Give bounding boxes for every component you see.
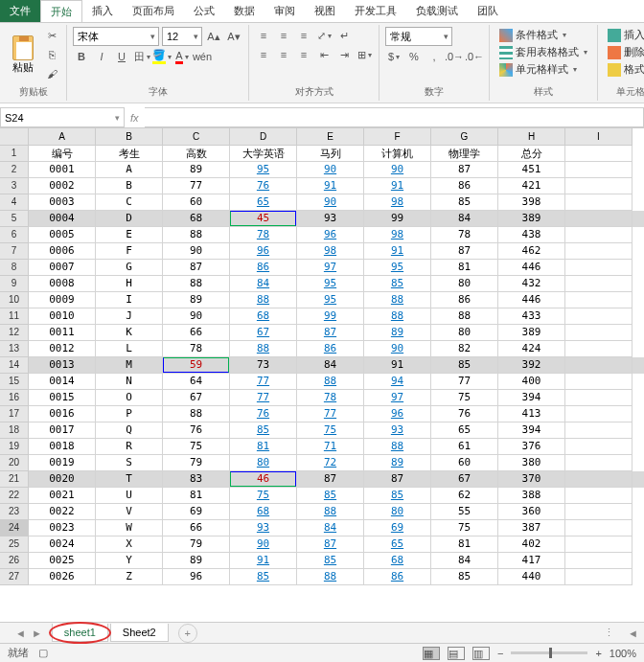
cell-B11[interactable]: J <box>96 308 163 325</box>
table-format-button[interactable]: 套用表格格式 <box>495 44 591 60</box>
align-top-button[interactable]: ≡ <box>255 27 272 44</box>
cell-A27[interactable]: 0026 <box>29 569 96 585</box>
add-sheet-button[interactable]: + <box>178 624 197 643</box>
cell-F19[interactable]: 88 <box>364 439 431 455</box>
row-header-27[interactable]: 27 <box>0 569 29 585</box>
italic-button[interactable]: I <box>93 48 110 65</box>
cell-H6[interactable]: 438 <box>498 227 565 243</box>
cell-C13[interactable]: 78 <box>163 341 230 357</box>
cell-H16[interactable]: 394 <box>498 390 565 406</box>
cell-B10[interactable]: I <box>96 292 163 308</box>
increase-font-button[interactable]: A▴ <box>205 28 222 45</box>
comma-button[interactable]: , <box>426 48 443 65</box>
menu-tab-0[interactable]: 开始 <box>40 0 82 22</box>
cell-C16[interactable]: 67 <box>163 390 230 406</box>
cell-G26[interactable]: 84 <box>431 553 498 569</box>
cell-C15[interactable]: 64 <box>163 374 230 390</box>
cell-B20[interactable]: S <box>96 455 163 471</box>
name-box[interactable]: S24 <box>0 107 125 127</box>
menu-tab-7[interactable]: 开发工具 <box>345 0 406 22</box>
cell-E3[interactable]: 91 <box>297 178 364 194</box>
formula-input[interactable] <box>145 107 644 127</box>
cell-D18[interactable]: 85 <box>230 422 297 439</box>
menu-tab-9[interactable]: 团队 <box>468 0 508 22</box>
cell-B2[interactable]: A <box>96 162 163 178</box>
menu-tab-8[interactable]: 负载测试 <box>406 0 468 22</box>
col-header-F[interactable]: F <box>364 128 431 146</box>
cell-E13[interactable]: 86 <box>297 341 364 357</box>
cell-D17[interactable]: 76 <box>230 406 297 422</box>
col-header-I[interactable]: I <box>565 128 632 146</box>
cell-F20[interactable]: 89 <box>364 455 431 471</box>
underline-button[interactable]: U <box>113 48 130 65</box>
merge-button[interactable]: ⊞ <box>356 46 373 63</box>
cell-B12[interactable]: K <box>96 325 163 341</box>
bold-button[interactable]: B <box>73 48 90 65</box>
cell-D15[interactable]: 77 <box>230 374 297 390</box>
view-pagebreak-button[interactable]: ▥ <box>472 647 490 660</box>
cell-F2[interactable]: 90 <box>364 162 431 178</box>
cell-H25[interactable]: 402 <box>498 536 565 553</box>
cell-C4[interactable]: 60 <box>163 194 230 211</box>
cell-H15[interactable]: 400 <box>498 374 565 390</box>
cell-C3[interactable]: 77 <box>163 178 230 194</box>
macro-record-icon[interactable]: ▢ <box>38 647 48 659</box>
cell-E23[interactable]: 88 <box>297 504 364 520</box>
row-header-25[interactable]: 25 <box>0 536 29 553</box>
cell-C27[interactable]: 96 <box>163 569 230 585</box>
cell-I7[interactable] <box>565 243 632 260</box>
font-size-select[interactable]: 12 <box>162 27 202 46</box>
decrease-decimal-button[interactable]: .0← <box>466 48 483 65</box>
cell-C12[interactable]: 66 <box>163 325 230 341</box>
cell-I18[interactable] <box>565 422 632 439</box>
cell-H8[interactable]: 446 <box>498 260 565 276</box>
cell-F6[interactable]: 98 <box>364 227 431 243</box>
align-left-button[interactable]: ≡ <box>255 46 272 63</box>
cell-G10[interactable]: 86 <box>431 292 498 308</box>
sheet-nav[interactable]: ◄ ► <box>8 628 50 639</box>
cell-C20[interactable]: 79 <box>163 455 230 471</box>
cell-A23[interactable]: 0022 <box>29 504 96 520</box>
cell-D2[interactable]: 95 <box>230 162 297 178</box>
cell-G5[interactable]: 84 <box>431 211 498 227</box>
fill-color-button[interactable]: 🪣 <box>153 48 171 65</box>
cell-D13[interactable]: 88 <box>230 341 297 357</box>
cell-I11[interactable] <box>565 308 632 325</box>
cell-I12[interactable] <box>565 325 632 341</box>
cell-E26[interactable]: 85 <box>297 553 364 569</box>
cell-I3[interactable] <box>565 178 632 194</box>
cell-B6[interactable]: E <box>96 227 163 243</box>
col-header-B[interactable]: B <box>96 128 163 146</box>
cell-F12[interactable]: 89 <box>364 325 431 341</box>
cell-I8[interactable] <box>565 260 632 276</box>
cell-H18[interactable]: 394 <box>498 422 565 439</box>
cell-G25[interactable]: 81 <box>431 536 498 553</box>
cell-I21[interactable] <box>565 471 632 488</box>
cell-C26[interactable]: 89 <box>163 553 230 569</box>
cell-I23[interactable] <box>565 504 632 520</box>
col-header-A[interactable]: A <box>29 128 96 146</box>
cell-D24[interactable]: 93 <box>230 520 297 536</box>
scroll-left-icon[interactable]: ◄ <box>622 628 644 639</box>
cell-D10[interactable]: 88 <box>230 292 297 308</box>
cell-A6[interactable]: 0005 <box>29 227 96 243</box>
cell-D16[interactable]: 77 <box>230 390 297 406</box>
cell-A22[interactable]: 0021 <box>29 488 96 504</box>
cell-C22[interactable]: 81 <box>163 488 230 504</box>
cell-G23[interactable]: 55 <box>431 504 498 520</box>
menu-tab-3[interactable]: 公式 <box>184 0 224 22</box>
decrease-indent-button[interactable]: ⇤ <box>315 46 333 63</box>
row-header-7[interactable]: 7 <box>0 243 29 260</box>
cell-H10[interactable]: 446 <box>498 292 565 308</box>
cell-E17[interactable]: 77 <box>297 406 364 422</box>
cell-C7[interactable]: 90 <box>163 243 230 260</box>
cell-E16[interactable]: 78 <box>297 390 364 406</box>
cell-G20[interactable]: 60 <box>431 455 498 471</box>
cell-H23[interactable]: 360 <box>498 504 565 520</box>
cell-I5[interactable] <box>565 211 632 227</box>
cell-D19[interactable]: 81 <box>230 439 297 455</box>
align-right-button[interactable]: ≡ <box>295 46 312 63</box>
row-header-1[interactable]: 1 <box>0 146 29 162</box>
cell-H1[interactable]: 总分 <box>498 146 565 162</box>
cell-A11[interactable]: 0010 <box>29 308 96 325</box>
